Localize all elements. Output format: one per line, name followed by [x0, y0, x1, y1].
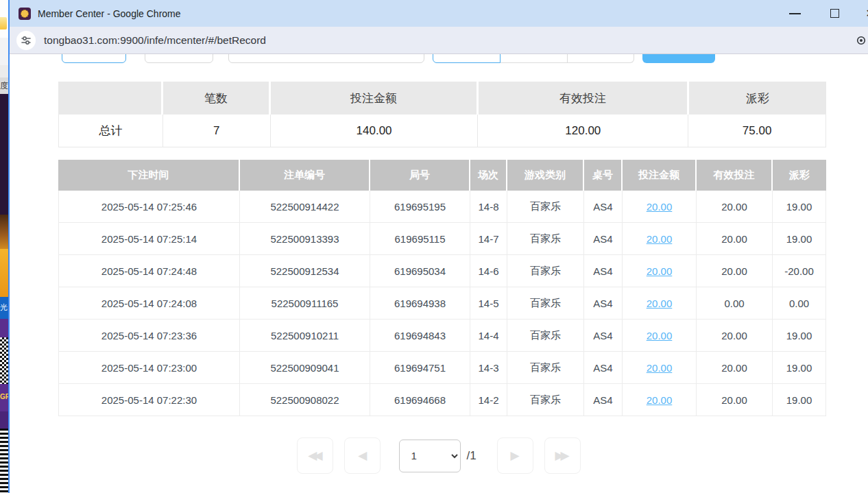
cell-session: 14-7 [470, 223, 507, 254]
tune-icon [21, 35, 32, 46]
cell-game-type: 百家乐 [507, 223, 584, 254]
cell-payout: 19.00 [773, 320, 826, 351]
url-text[interactable]: tongbao31.com:9900/infe/mcenter/#/betRec… [44, 34, 266, 47]
cell-payout: 19.00 [773, 191, 826, 222]
search-button[interactable] [642, 54, 715, 63]
cell-round-no: 619694751 [370, 352, 470, 383]
cell-payout: 0.00 [773, 287, 826, 319]
cell-game-type: 百家乐 [507, 255, 584, 287]
folder-icon [0, 17, 7, 29]
header-bet-time: 下注时间 [58, 160, 240, 191]
total-label: 总计 [59, 115, 163, 147]
cell-bet-amount: 20.00 [623, 255, 697, 287]
background-gr-text: GR [0, 384, 8, 411]
cell-game-type: 百家乐 [507, 352, 584, 383]
filter-segment-group [433, 54, 634, 63]
cell-game-type: 百家乐 [507, 287, 584, 319]
table-row: 2025-05-14 07:25:46 522500914422 6196951… [59, 191, 826, 223]
bet-amount-link[interactable]: 20.00 [647, 201, 673, 213]
prev-page-button[interactable]: ◀ [344, 437, 381, 474]
segment-option-active[interactable] [433, 54, 501, 63]
segment-option[interactable] [568, 54, 634, 63]
first-page-icon: ◀◀ [308, 448, 319, 463]
cell-bet-id: 522500912534 [240, 255, 370, 287]
page-total-label: /1 [466, 449, 476, 463]
cell-bet-amount: 20.00 [623, 384, 697, 416]
page-select[interactable]: 1 [399, 440, 461, 472]
cell-valid-bet: 20.00 [697, 320, 773, 351]
cell-session: 14-8 [470, 191, 507, 222]
next-page-icon: ▶ [511, 448, 520, 463]
pagination: ◀◀ ◀ 1 /1 ▶ ▶▶ [10, 437, 868, 474]
screen: 度 光 GR Member Center - Google Chrome ✕ [0, 0, 868, 493]
cell-bet-amount: 20.00 [623, 287, 697, 319]
bet-amount-link[interactable]: 20.00 [647, 330, 673, 341]
header-table-no: 桌号 [584, 160, 623, 191]
table-row: 2025-05-14 07:24:08 522500911165 6196949… [59, 287, 826, 320]
cell-bet-id: 522500911165 [240, 287, 370, 319]
summary-header-count: 笔数 [163, 82, 271, 115]
maximize-button[interactable] [823, 0, 846, 27]
cell-table-no: AS4 [584, 191, 623, 222]
bet-amount-link[interactable]: 20.00 [647, 233, 673, 245]
summary-header-blank [58, 82, 163, 115]
cell-table-no: AS4 [584, 320, 623, 351]
background-desktop [0, 0, 8, 38]
header-valid-bet: 有效投注 [697, 160, 773, 191]
bet-table-header-row: 下注时间 注单编号 局号 场次 游戏类别 桌号 投注金额 有效投注 派彩 [58, 160, 826, 191]
cell-round-no: 619695115 [370, 223, 470, 254]
bet-record-page: 笔数 投注金额 有效投注 派彩 总计 7 140.00 120.00 75.00… [10, 54, 868, 492]
filter-toolbar-cropped [10, 54, 868, 64]
table-row: 2025-05-14 07:25:14 522500913393 6196951… [59, 223, 826, 255]
chrome-window: Member Center - Google Chrome ✕ tongbao3… [8, 0, 868, 493]
cell-payout: 19.00 [773, 384, 826, 416]
header-payout: 派彩 [773, 160, 826, 191]
qr-code-fragment [0, 337, 8, 384]
filter-button-active[interactable] [62, 54, 126, 63]
total-payout: 75.00 [688, 115, 825, 147]
cell-payout: -20.00 [773, 255, 826, 287]
filter-button[interactable] [145, 54, 213, 63]
header-bet-id: 注单编号 [240, 160, 370, 191]
close-button[interactable]: ✕ [860, 0, 868, 27]
minimize-button[interactable] [783, 0, 806, 27]
first-page-button[interactable]: ◀◀ [297, 437, 333, 474]
bet-amount-link[interactable]: 20.00 [647, 265, 673, 277]
cell-round-no: 619694668 [370, 384, 470, 416]
cell-bet-amount: 20.00 [623, 223, 697, 254]
summary-header-row: 笔数 投注金额 有效投注 派彩 [58, 82, 826, 115]
cell-valid-bet: 20.00 [697, 255, 773, 287]
table-row: 2025-05-14 07:23:00 522500909041 6196947… [59, 352, 826, 384]
summary-header-valid-bet: 有效投注 [479, 82, 689, 115]
cell-bet-id: 522500908022 [240, 384, 370, 416]
cell-table-no: AS4 [584, 223, 623, 254]
record-target-icon[interactable] [856, 36, 866, 45]
bet-amount-link[interactable]: 20.00 [647, 362, 673, 374]
bet-amount-link[interactable]: 20.00 [647, 394, 673, 406]
bet-table-body: 2025-05-14 07:25:46 522500914422 6196951… [58, 191, 826, 416]
cell-bet-id: 522500909041 [240, 352, 370, 383]
cell-round-no: 619694938 [370, 287, 470, 319]
bet-amount-link[interactable]: 20.00 [647, 298, 673, 309]
segment-option[interactable] [501, 54, 568, 63]
cell-bet-time: 2025-05-14 07:25:14 [59, 223, 240, 254]
cell-bet-id: 522500910211 [240, 320, 370, 351]
cell-bet-time: 2025-05-14 07:25:46 [59, 191, 240, 222]
total-valid-bet: 120.00 [478, 115, 688, 147]
cell-round-no: 619695195 [370, 191, 470, 222]
bet-record-table: 下注时间 注单编号 局号 场次 游戏类别 桌号 投注金额 有效投注 派彩 202… [58, 160, 826, 416]
next-page-button[interactable]: ▶ [497, 437, 533, 474]
cell-valid-bet: 20.00 [697, 384, 773, 416]
date-range-input[interactable] [228, 54, 424, 63]
background-page-strip: 度 光 GR [0, 0, 8, 493]
last-page-button[interactable]: ▶▶ [544, 437, 581, 474]
cell-bet-amount: 20.00 [623, 352, 697, 383]
total-bet-amount: 140.00 [271, 115, 479, 147]
cell-session: 14-6 [470, 255, 507, 287]
table-row: 2025-05-14 07:24:48 522500912534 6196950… [59, 255, 826, 287]
summary-header-payout: 派彩 [689, 82, 826, 115]
maximize-icon [830, 9, 839, 18]
site-settings-button[interactable] [16, 31, 36, 50]
cell-valid-bet: 0.00 [697, 287, 773, 319]
address-bar[interactable]: tongbao31.com:9900/infe/mcenter/#/betRec… [10, 27, 868, 54]
